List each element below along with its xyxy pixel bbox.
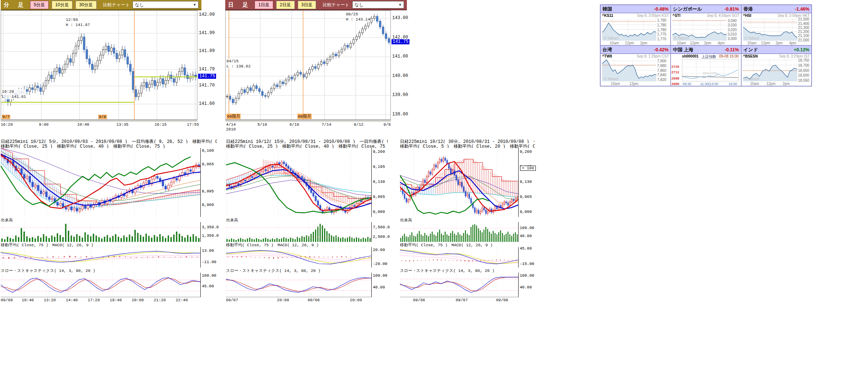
market-tile-body: ^BSESNSep 8, 3:29pm IST18,75018,70018,65…: [742, 54, 811, 86]
annotation-price: L : 141.61: [2, 94, 26, 99]
annotation-price: H : 141.97: [66, 22, 90, 27]
axis-price-label: 8,995: [202, 189, 214, 194]
tech-chart-title-line1: 日経225mini 10/12( 5分, 2010/09/03 - 2010/0…: [1, 139, 217, 143]
daily-chart-plot[interactable]: 06限月09限月08/25H : 143.1404/15L : 138.62: [225, 10, 391, 120]
axis-time-label: 12pm: [766, 82, 775, 86]
market-tile-taiwan[interactable]: 台湾-0.42%^TWIISep 8, 1:29pm CST7,9007,880…: [600, 45, 671, 86]
axis-time-label: 10am: [750, 82, 759, 86]
axis-price-label: 18,650: [798, 69, 809, 73]
axis-price-label: 18,750: [798, 58, 809, 62]
market-tile-body: sh000001上証指数09-08 15:0027252712269826850…: [671, 54, 741, 86]
axis-time-label: 9/8: [383, 122, 391, 127]
axis-price-label: 100.00: [202, 273, 216, 278]
tech-volume-pane[interactable]: [1, 222, 201, 242]
tech-macd-pane[interactable]: [1, 247, 201, 268]
axis-time-label: 22:40: [176, 298, 188, 302]
tech-volume-pane[interactable]: [400, 222, 519, 242]
asia-markets-panel: 韓国-0.48%^KS11Sep 8, 3:00pm KST1,7901,785…: [600, 4, 812, 86]
axis-price-label: 21,400: [798, 22, 809, 26]
axis-time-label: 5/19: [257, 122, 267, 127]
tech-chart-15min: 日経225mini 10/12( 15分, 2010/08/31 - 2010/…: [226, 139, 388, 303]
axis-time-label: 10am: [677, 41, 686, 45]
tech-volume-pane[interactable]: [226, 222, 372, 242]
axis-time-label: 09/07: [226, 298, 238, 302]
market-tile-singapore[interactable]: シンガポール-0.81%^STISep 8, 4:59pm SGT3,0403,…: [671, 5, 741, 45]
timeframe-button-2day[interactable]: 2日足: [276, 1, 295, 9]
tech-stochastics-pane[interactable]: [400, 273, 519, 297]
axis-time-label: 15:00: [728, 82, 737, 86]
stochastics-pane-label: スロー・ストキャスティクス( 14, 3, 80, 20 ): [226, 268, 388, 273]
axis-price-label: 21,300: [798, 26, 809, 30]
minute-chart-toolbar: 分 足 5分足 10分足 30分足 比較チャート なし ▼: [1, 0, 201, 10]
tech-main-pane[interactable]: [226, 148, 372, 217]
market-tile-hongkong[interactable]: 香港-1.46%^HSISep 8, 3:59pm HKT21,50021,40…: [741, 5, 812, 45]
market-tile-body: ^KS11Sep 8, 3:00pm KST1,7901,7851,7801,7…: [601, 13, 670, 45]
axis-price-label: 3,010: [728, 32, 737, 36]
axis-price-label: 8,960: [202, 203, 214, 207]
market-tile-india[interactable]: インド+0.12%^BSESNSep 8, 3:29pm IST18,75018…: [741, 45, 812, 86]
tech-chart-5min: 日経225mini 10/12( 5分, 2010/09/03 - 2010/0…: [1, 139, 217, 303]
annotation-time: 04/15: [226, 59, 251, 64]
axis-price-label: 141.00: [392, 54, 408, 59]
market-y-axis: 18,75018,70018,65018,60018,550: [798, 59, 811, 81]
axis-time-label: 2pm: [776, 41, 783, 45]
market-tile-korea[interactable]: 韓国-0.48%^KS11Sep 8, 3:00pm KST1,7901,785…: [600, 5, 671, 45]
tech-chart-title-line1: 日経225mini 10/12( 15分, 2010/08/31 - 2010/…: [226, 139, 388, 143]
axis-price-label: 100.00: [520, 226, 534, 230]
axis-price-label: 7,840: [657, 73, 666, 77]
annotation-time: 12:50: [66, 17, 90, 22]
compare-chart-select[interactable]: なし ▼: [352, 1, 404, 8]
axis-time-label: 4pm: [717, 41, 724, 45]
tech-main-pane[interactable]: [1, 148, 201, 217]
date-badge: 9/8: [98, 115, 107, 119]
axis-price-label: 141.79: [199, 67, 215, 72]
market-symbol: ^STI: [672, 14, 680, 18]
market-x-axis: 10am12pm2pm: [602, 41, 656, 45]
axis-price-label: 141.70: [199, 83, 215, 88]
tech-stochastics-pane[interactable]: [1, 273, 201, 297]
axis-time-label: 16:15: [155, 122, 167, 127]
market-name: 台湾: [602, 47, 612, 53]
tech-macd-pane-row: 45.00-15.00: [400, 247, 519, 268]
sina-sparkline[interactable]: [682, 59, 738, 81]
axis-time-label: 09/08: [1, 298, 13, 302]
timeframe-button-1day[interactable]: 1日足: [255, 1, 273, 9]
compare-chart-label: 比較チャート: [103, 2, 130, 8]
timeframe-button-30min[interactable]: 30分足: [75, 1, 96, 9]
axis-time-label: 9:00: [39, 122, 48, 127]
tech-main-pane[interactable]: [400, 148, 519, 217]
market-tile-china-shanghai[interactable]: 中国 上海-0.11%sh000001上証指数09-08 15:00272527…: [671, 45, 741, 86]
axis-price-label: 141.89: [199, 48, 215, 54]
axis-price-label: 9,260: [520, 150, 532, 154]
axis-time-label: 20:00: [132, 298, 144, 302]
timeframe-button-10min[interactable]: 10分足: [52, 1, 73, 9]
tech-macd-pane[interactable]: [226, 247, 372, 268]
tech-stochastics-pane-axis: 100.0040.00: [372, 273, 388, 297]
axis-time-label: 2pm: [704, 41, 711, 45]
tech-volume-pane-row: 7,500.02,500.0: [226, 222, 372, 242]
axis-price-label: 20.00: [373, 248, 385, 252]
sina-x-axis: 09:3011:30|13:0015:00: [682, 82, 738, 86]
market-y-axis: 3,0403,0303,0203,0103,000: [727, 18, 741, 41]
tech-stochastics-pane[interactable]: [226, 273, 372, 297]
minute-chart-title: 分 足: [4, 1, 27, 8]
axis-price-label: 40.00: [520, 285, 532, 290]
axis-price-label: 141.99: [199, 30, 215, 36]
market-change-percent: -0.81%: [724, 7, 739, 12]
axis-time-label: 10:40: [22, 298, 34, 302]
minute-chart-plot[interactable]: 9/79/812:50H : 141.9716:20L : 141.61: [1, 10, 197, 120]
axis-price-label: 3,030: [728, 23, 737, 27]
timeframe-button-5min[interactable]: 5分足: [30, 1, 49, 9]
axis-time-label: 20:00: [350, 298, 362, 302]
tech-macd-pane-axis: 13.00-11.00: [201, 247, 217, 268]
minute-chart-time-axis: 16:209:0010:4013:3516:1517:55: [1, 122, 197, 132]
market-tile-caption: ^STISep 8, 4:59pm SGT: [671, 13, 741, 18]
compare-chart-select[interactable]: なし ▼: [133, 1, 199, 8]
timeframe-button-3day[interactable]: 3日足: [298, 1, 316, 9]
axis-time-label: 13:35: [116, 122, 129, 127]
axis-price-label: 21,000: [798, 38, 809, 42]
tech-macd-pane[interactable]: [400, 247, 519, 268]
tech-main-pane-row: 9,2609,1959,1309,0659,000: [226, 148, 372, 217]
minute-chart-panel: 分 足 5分足 10分足 30分足 比較チャート なし ▼ 9/79/812:5…: [1, 0, 215, 132]
axis-price-label: 139.00: [392, 92, 408, 97]
